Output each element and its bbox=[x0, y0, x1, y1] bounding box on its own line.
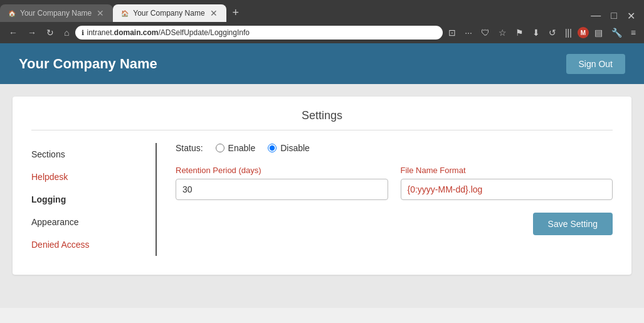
status-row: Status: Enable Disable bbox=[176, 143, 613, 153]
library-icon[interactable]: ||| bbox=[562, 25, 575, 40]
radio-group: Enable Disable bbox=[216, 143, 310, 153]
sidebar-item-sections[interactable]: Sections bbox=[31, 143, 143, 166]
new-tab-button[interactable]: + bbox=[226, 4, 246, 22]
reload-button[interactable]: ↻ bbox=[43, 25, 58, 40]
settings-card: Settings Sections Helpdesk Logging Appea… bbox=[13, 97, 631, 275]
filename-input[interactable] bbox=[401, 179, 613, 200]
sidebar-item-denied-access[interactable]: Denied Access bbox=[31, 233, 143, 256]
flag-icon[interactable]: ⚑ bbox=[512, 25, 527, 40]
nav-bar: ← → ↻ ⌂ ℹ intranet.domain.com/ADSelfUpda… bbox=[0, 22, 644, 43]
home-button[interactable]: ⌂ bbox=[60, 25, 73, 40]
tab-2-close[interactable]: ✕ bbox=[209, 8, 219, 18]
settings-icon[interactable]: 🔧 bbox=[608, 25, 625, 40]
retention-input[interactable] bbox=[176, 179, 388, 200]
window-close[interactable]: ✕ bbox=[623, 10, 639, 22]
sidebar-item-appearance[interactable]: Appearance bbox=[31, 211, 143, 233]
save-setting-button[interactable]: Save Setting bbox=[533, 213, 613, 235]
settings-main: Status: Enable Disable bbox=[157, 143, 613, 256]
disable-label: Disable bbox=[280, 143, 310, 153]
fields-row: Retention Period (days) File Name Format bbox=[176, 166, 613, 200]
tab-1-favicon: 🏠 bbox=[8, 9, 16, 18]
tab-1[interactable]: 🏠 Your Company Name ✕ bbox=[0, 4, 113, 22]
enable-radio[interactable] bbox=[216, 144, 224, 152]
shield-icon[interactable]: 🛡 bbox=[478, 25, 493, 40]
download-icon[interactable]: ⬇ bbox=[529, 25, 543, 40]
enable-label: Enable bbox=[228, 143, 256, 153]
tab-bar: 🏠 Your Company Name ✕ 🏠 Your Company Nam… bbox=[0, 0, 644, 22]
nav-icons: ⊡ ··· 🛡 ☆ ⚑ ⬇ ↺ ||| M ▤ 🔧 ≡ bbox=[445, 25, 639, 40]
more-icon[interactable]: ··· bbox=[462, 25, 475, 40]
settings-body: Sections Helpdesk Logging Appearance Den… bbox=[31, 143, 613, 256]
save-row: Save Setting bbox=[176, 213, 613, 235]
company-name: Your Company Name bbox=[19, 56, 157, 72]
settings-sidebar: Sections Helpdesk Logging Appearance Den… bbox=[31, 143, 157, 256]
settings-title: Settings bbox=[31, 109, 613, 130]
tab-1-close[interactable]: ✕ bbox=[95, 8, 105, 18]
forward-button[interactable]: → bbox=[24, 25, 40, 40]
tab-2-favicon: 🏠 bbox=[120, 9, 129, 18]
tab-1-label: Your Company Name bbox=[20, 9, 92, 18]
bookmark-icon[interactable]: ⊡ bbox=[445, 25, 459, 40]
sidebar-item-helpdesk[interactable]: Helpdesk bbox=[31, 166, 143, 188]
star-icon[interactable]: ☆ bbox=[495, 25, 510, 40]
retention-field-group: Retention Period (days) bbox=[176, 166, 388, 200]
enable-option[interactable]: Enable bbox=[216, 143, 256, 153]
tab-2-label: Your Company Name bbox=[133, 9, 204, 18]
retention-label: Retention Period (days) bbox=[176, 166, 388, 175]
addon-icon[interactable]: M bbox=[578, 27, 589, 38]
address-secure-icon: ℹ bbox=[82, 29, 84, 37]
status-label: Status: bbox=[176, 143, 203, 153]
tab-2[interactable]: 🏠 Your Company Name ✕ bbox=[113, 4, 226, 22]
reader-icon[interactable]: ▤ bbox=[591, 25, 606, 40]
content-area: Settings Sections Helpdesk Logging Appea… bbox=[0, 84, 644, 308]
menu-icon[interactable]: ≡ bbox=[628, 25, 639, 40]
sidebar-item-logging[interactable]: Logging bbox=[31, 188, 143, 211]
browser-chrome: 🏠 Your Company Name ✕ 🏠 Your Company Nam… bbox=[0, 0, 644, 43]
filename-field-group: File Name Format bbox=[401, 166, 613, 200]
sign-out-button[interactable]: Sign Out bbox=[566, 54, 625, 74]
disable-radio[interactable] bbox=[268, 144, 277, 152]
window-maximize[interactable]: □ bbox=[607, 10, 621, 22]
page-header: Your Company Name Sign Out bbox=[0, 43, 644, 84]
filename-label: File Name Format bbox=[401, 166, 613, 175]
back-button[interactable]: ← bbox=[5, 25, 21, 40]
disable-option[interactable]: Disable bbox=[268, 143, 310, 153]
window-minimize[interactable]: — bbox=[587, 10, 604, 22]
history-icon[interactable]: ↺ bbox=[546, 25, 559, 40]
address-bar[interactable]: ℹ intranet.domain.com/ADSelfUpdate/Loggi… bbox=[75, 26, 443, 40]
address-text: intranet.domain.com/ADSelfUpdate/Logging… bbox=[87, 28, 249, 37]
